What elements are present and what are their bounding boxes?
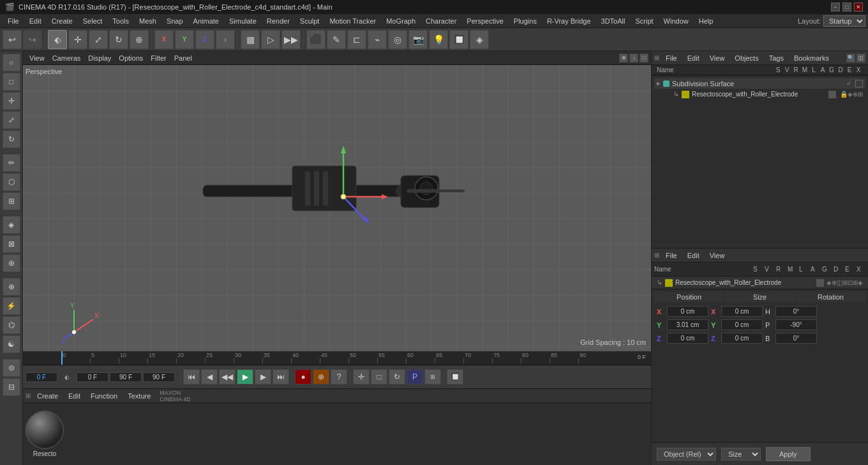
menu-motion-tracker[interactable]: Motion Tracker: [324, 16, 381, 26]
play-forward[interactable]: ▶: [237, 369, 253, 385]
rotate[interactable]: ↻: [3, 130, 20, 148]
menu-plugins[interactable]: Plugins: [509, 16, 542, 26]
scene-mode[interactable]: ⊜: [3, 359, 20, 377]
vp-menu-cameras[interactable]: Cameras: [49, 53, 85, 63]
menu-sculpt[interactable]: Sculpt: [295, 16, 325, 26]
vp-menu-filter[interactable]: Filter: [147, 53, 170, 63]
end-frame-input[interactable]: [110, 372, 142, 382]
vp-menu-options[interactable]: Options: [115, 53, 147, 63]
obj-layer-icon[interactable]: ◫: [857, 54, 865, 63]
menu-window[interactable]: Window: [659, 16, 694, 26]
size-select[interactable]: Size Scale: [721, 448, 761, 461]
vp-menu-display[interactable]: Display: [84, 53, 115, 63]
env-btn[interactable]: ◎: [388, 30, 407, 49]
minimize-button[interactable]: −: [831, 3, 840, 11]
obj-menu-tags[interactable]: Tags: [765, 53, 788, 63]
rotate-key[interactable]: ↻: [389, 369, 405, 385]
rotate-tool[interactable]: ↻: [109, 30, 128, 49]
knife-tool[interactable]: ⚡: [3, 297, 20, 315]
attr-menu-file[interactable]: File: [662, 250, 681, 261]
attr-menu-edit[interactable]: Edit: [684, 250, 703, 261]
cube-btn[interactable]: ⬛: [306, 30, 326, 49]
rot-h-input[interactable]: [775, 306, 817, 317]
prev-frame[interactable]: ◀: [201, 369, 218, 385]
menu-rvray[interactable]: R-Vray Bridge: [542, 16, 596, 26]
x-axis[interactable]: X: [154, 30, 174, 49]
vp-menu-view[interactable]: View: [26, 53, 49, 63]
goto-start[interactable]: ⏮: [183, 369, 200, 385]
subdivide[interactable]: ⊞: [3, 192, 20, 210]
z-axis[interactable]: Z: [195, 30, 214, 49]
model-mode[interactable]: ◈: [3, 216, 20, 234]
pos-z-input[interactable]: [667, 333, 708, 344]
3d-viewport[interactable]: Perspective: [23, 65, 651, 351]
menu-character[interactable]: Character: [421, 16, 461, 26]
menu-edit[interactable]: Edit: [24, 16, 47, 26]
mat-menu-create[interactable]: Create: [33, 391, 62, 401]
menu-perspective[interactable]: Perspective: [461, 16, 508, 26]
layout-select[interactable]: Startup: [823, 15, 865, 27]
record-btn[interactable]: ●: [295, 369, 311, 385]
pos-y-input[interactable]: [667, 319, 708, 330]
move[interactable]: ✛: [3, 92, 20, 110]
rot-b-input[interactable]: [775, 333, 817, 344]
render-region[interactable]: ▦: [241, 30, 260, 49]
titlebar-controls[interactable]: − □ ✕: [831, 3, 863, 11]
vp-icon-2[interactable]: ↓: [629, 54, 638, 63]
all-axes[interactable]: ↕: [216, 30, 235, 49]
menu-animate[interactable]: Animate: [188, 16, 224, 26]
object-rel-select[interactable]: Object (Rel) World: [657, 448, 716, 461]
key-sel[interactable]: ?: [331, 369, 347, 385]
bridge-tool[interactable]: ⌬: [3, 316, 20, 334]
layer-mode[interactable]: ⊟: [3, 378, 20, 396]
tree-item-subdivision[interactable]: ▸ Subdivision Surface ✓: [654, 78, 865, 89]
scale-tool[interactable]: ⤢: [89, 30, 108, 49]
vp-icon-3[interactable]: □: [640, 54, 648, 63]
sculpt-mode[interactable]: ⊛: [3, 254, 20, 272]
attr-vis-box[interactable]: [816, 279, 824, 287]
menu-mesh[interactable]: Mesh: [134, 16, 161, 26]
auto-key-btn[interactable]: ⊕: [313, 369, 329, 385]
material-thumbnail[interactable]: [26, 411, 64, 449]
menu-create[interactable]: Create: [47, 16, 78, 26]
close-button[interactable]: ✕: [854, 3, 863, 11]
mat-menu-function[interactable]: Function: [87, 391, 121, 401]
attr-menu-view[interactable]: View: [706, 250, 729, 261]
obj-menu-bookmarks[interactable]: Bookmarks: [790, 53, 833, 63]
scale[interactable]: ⤢: [3, 111, 20, 129]
size-x-input[interactable]: [721, 306, 763, 317]
vp-menu-panel[interactable]: Panel: [170, 53, 196, 63]
mat-menu-texture[interactable]: Texture: [124, 391, 154, 401]
obj-menu-edit[interactable]: Edit: [684, 53, 703, 63]
play-backwards[interactable]: ◀◀: [219, 369, 236, 385]
scene-btn[interactable]: 🔲: [449, 30, 468, 49]
spline-btn[interactable]: ✎: [327, 30, 346, 49]
vp-icon-1[interactable]: ⊕: [619, 54, 628, 63]
nurbs-btn[interactable]: ⊏: [347, 30, 366, 49]
menu-mograph[interactable]: MoGraph: [381, 16, 421, 26]
start-frame-input[interactable]: [77, 372, 108, 382]
select-live[interactable]: ○: [3, 54, 20, 72]
menu-simulate[interactable]: Simulate: [224, 16, 262, 26]
material-btn[interactable]: ◈: [470, 30, 489, 49]
obj-menu-view[interactable]: View: [706, 53, 729, 63]
scale-key[interactable]: □: [371, 369, 387, 385]
menu-render[interactable]: Render: [262, 16, 295, 26]
render-all[interactable]: ▶▶: [281, 30, 301, 49]
apply-button[interactable]: Apply: [766, 447, 811, 461]
render-view[interactable]: ▷: [261, 30, 280, 49]
menu-script[interactable]: Script: [630, 16, 658, 26]
pos-key[interactable]: P: [407, 369, 423, 385]
snap-tool[interactable]: ⊕: [3, 278, 20, 296]
menu-3dtoall[interactable]: 3DToAll: [596, 16, 631, 26]
maximize-button[interactable]: □: [842, 3, 851, 11]
menu-snap[interactable]: Snap: [161, 16, 188, 26]
size-z-input[interactable]: [721, 333, 763, 344]
current-frame-input[interactable]: [26, 372, 57, 382]
paint-tool[interactable]: ☯: [3, 335, 20, 353]
polygon-pen[interactable]: ✏: [3, 154, 20, 172]
move-tool[interactable]: ✛: [68, 30, 87, 49]
menu-select[interactable]: Select: [78, 16, 108, 26]
material-item[interactable]: Resecto: [26, 411, 64, 457]
light-btn[interactable]: 💡: [429, 30, 448, 49]
